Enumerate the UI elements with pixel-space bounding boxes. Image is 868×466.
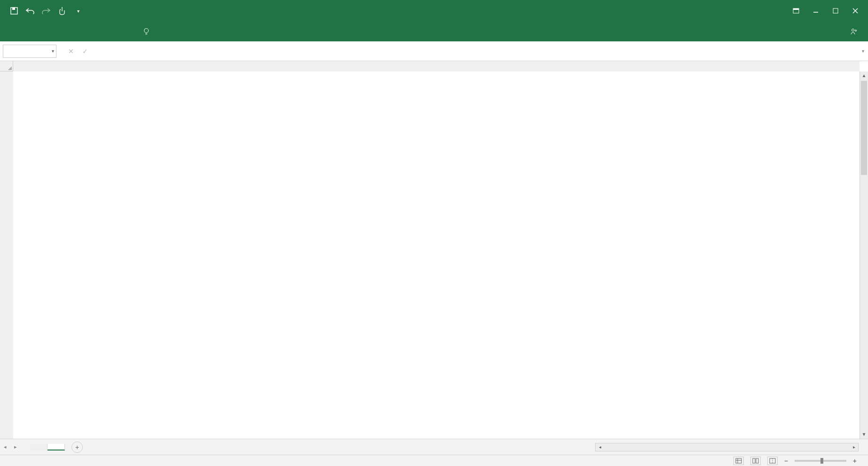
sheet-tab-bar: ◂ ▸ + ◂ ▸	[0, 439, 868, 455]
scroll-up-icon[interactable]: ▲	[860, 71, 868, 80]
qat-dropdown-icon[interactable]: ▾	[73, 6, 83, 16]
zoom-out-button[interactable]: −	[784, 457, 788, 465]
svg-point-11	[852, 29, 854, 32]
svg-rect-13	[736, 458, 741, 463]
ribbon-tabs	[0, 22, 868, 41]
tab-dibujar[interactable]	[45, 22, 60, 41]
view-pagebreak-icon[interactable]	[767, 457, 778, 465]
chevron-down-icon[interactable]: ▾	[52, 48, 54, 54]
name-box[interactable]: ▾	[3, 45, 56, 58]
scroll-right-icon[interactable]: ▸	[850, 444, 858, 450]
svg-point-12	[855, 30, 857, 32]
redo-icon[interactable]	[41, 6, 51, 16]
tell-me-search[interactable]	[135, 28, 153, 35]
scroll-thumb[interactable]	[861, 81, 867, 175]
share-button[interactable]	[850, 28, 860, 35]
formula-input[interactable]	[94, 45, 862, 58]
touch-icon[interactable]	[57, 6, 67, 16]
svg-rect-17	[756, 458, 758, 463]
cells-area[interactable]	[13, 71, 860, 439]
sheet-tab-1[interactable]	[30, 444, 48, 450]
tab-archivo[interactable]	[0, 22, 15, 41]
ribbon-display-icon[interactable]	[792, 7, 800, 15]
tab-datos[interactable]	[90, 22, 105, 41]
cancel-formula-icon[interactable]: ✕	[66, 46, 76, 56]
scroll-down-icon[interactable]: ▼	[860, 430, 868, 439]
svg-point-8	[144, 29, 149, 33]
spreadsheet-grid: ▲ ▼	[0, 61, 868, 439]
vertical-scrollbar[interactable]: ▲ ▼	[860, 71, 868, 439]
svg-rect-1	[12, 8, 15, 10]
row-headers	[0, 71, 13, 439]
svg-rect-5	[833, 8, 838, 13]
tab-revisar[interactable]	[105, 22, 120, 41]
quick-access-toolbar: ▾	[0, 6, 83, 16]
close-icon[interactable]	[851, 7, 860, 15]
expand-formula-icon[interactable]: ▾	[862, 48, 868, 54]
enter-formula-icon[interactable]: ✓	[80, 46, 90, 56]
sheet-nav-next[interactable]: ▸	[10, 444, 21, 450]
zoom-slider[interactable]	[795, 460, 846, 462]
title-bar: ▾	[0, 0, 868, 22]
minimize-icon[interactable]	[812, 7, 820, 15]
tab-inicio[interactable]	[15, 22, 30, 41]
save-icon[interactable]	[9, 6, 19, 16]
status-bar: − +	[0, 455, 868, 466]
svg-rect-16	[753, 458, 755, 463]
sheet-tab-2[interactable]	[48, 444, 65, 450]
tab-insertar[interactable]	[30, 22, 45, 41]
select-all-button[interactable]	[0, 61, 13, 71]
undo-icon[interactable]	[25, 6, 35, 16]
view-normal-icon[interactable]	[733, 457, 744, 465]
view-layout-icon[interactable]	[750, 457, 761, 465]
tab-diseno[interactable]	[60, 22, 75, 41]
tab-vista[interactable]	[120, 22, 135, 41]
share-icon	[850, 28, 858, 35]
maximize-icon[interactable]	[831, 7, 840, 15]
lightbulb-icon	[143, 28, 150, 35]
formula-bar: ▾ ✕ ✓ ▾	[0, 41, 868, 61]
svg-rect-3	[793, 8, 799, 10]
zoom-in-button[interactable]: +	[853, 457, 857, 465]
column-headers	[13, 61, 860, 71]
tab-formulas[interactable]	[75, 22, 90, 41]
sheet-nav-prev[interactable]: ◂	[0, 444, 10, 450]
horizontal-scrollbar[interactable]: ◂ ▸	[595, 443, 859, 451]
scroll-left-icon[interactable]: ◂	[596, 444, 604, 450]
add-sheet-button[interactable]: +	[72, 442, 83, 453]
